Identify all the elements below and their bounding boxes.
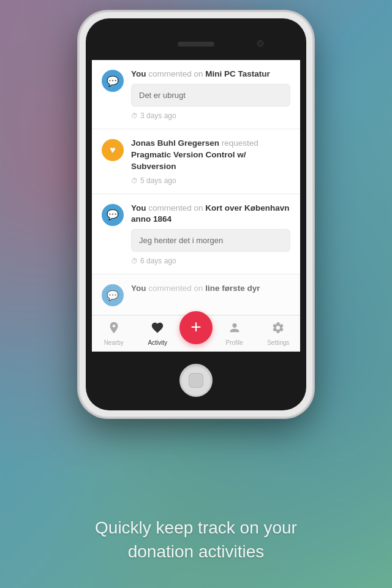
activity-list: 💬 You commented on Mini PC Tastatur Det … xyxy=(92,60,300,315)
list-item: 💬 You commented on Kort over København a… xyxy=(92,194,300,275)
comment-text: Jeg henter det i morgen xyxy=(131,229,290,252)
actor-name: You xyxy=(131,69,146,78)
time-text: 3 days ago xyxy=(140,111,176,120)
actor-name: You xyxy=(131,203,146,213)
clock-icon: ⏱ xyxy=(131,177,138,184)
action-text: commented on xyxy=(148,69,205,78)
comment-icon: 💬 xyxy=(107,75,119,87)
action-text: commented on xyxy=(148,203,205,213)
phone-inner: 💬 You commented on Mini PC Tastatur Det … xyxy=(86,18,306,410)
actor-name: Jonas Buhl Gregersen xyxy=(131,138,219,148)
nav-item-activity[interactable]: Activity xyxy=(136,321,180,346)
item-content: You commented on line første dyr xyxy=(131,283,290,298)
comment-text: Det er ubrugt xyxy=(131,84,290,107)
comment-icon: 💬 xyxy=(107,290,119,301)
list-item: 💬 You commented on line første dyr xyxy=(92,274,300,315)
item-title: You commented on line første dyr xyxy=(131,283,290,295)
phone-shell: 💬 You commented on Mini PC Tastatur Det … xyxy=(80,12,312,417)
actor-name: You xyxy=(131,284,146,293)
book-title: Pragmatic Version Control w/ Subversion xyxy=(131,150,246,171)
activity-icon xyxy=(151,321,164,338)
clock-icon: ⏱ xyxy=(131,112,138,119)
home-button-icon xyxy=(189,373,203,388)
item-title: You commented on Mini PC Tastatur xyxy=(131,69,290,80)
phone-screen: 💬 You commented on Mini PC Tastatur Det … xyxy=(92,60,300,352)
profile-icon xyxy=(228,321,241,338)
item-content: You commented on Mini PC Tastatur Det er… xyxy=(131,69,290,120)
avatar: 💬 xyxy=(102,204,124,226)
bottom-text-container: Quickly keep track on your donation acti… xyxy=(0,516,392,564)
time-text: 6 days ago xyxy=(140,257,176,265)
settings-label: Settings xyxy=(267,339,289,346)
home-button[interactable] xyxy=(179,364,213,397)
nearby-icon xyxy=(107,321,121,338)
item-content: You commented on Kort over København ann… xyxy=(131,203,290,266)
item-time: ⏱ 3 days ago xyxy=(131,111,290,120)
comment-icon: 💬 xyxy=(107,209,119,221)
nearby-label: Nearby xyxy=(104,339,124,346)
add-icon: + xyxy=(190,318,202,336)
nav-item-profile[interactable]: Profile xyxy=(213,321,257,346)
avatar: 💬 xyxy=(102,70,124,92)
add-button[interactable]: + xyxy=(179,311,213,344)
avatar: ♥ xyxy=(102,139,124,161)
item-time: ⏱ 5 days ago xyxy=(131,176,290,185)
heart-icon: ♥ xyxy=(110,145,116,156)
activity-label: Activity xyxy=(148,339,167,346)
avatar: 💬 xyxy=(102,284,124,306)
list-item: ♥ Jonas Buhl Gregersen requested Pragmat… xyxy=(92,129,300,194)
item-title: You commented on Kort over København ann… xyxy=(131,203,290,226)
phone-camera xyxy=(257,40,263,47)
bottom-nav: Nearby Activity + xyxy=(92,315,300,352)
action-text: commented on xyxy=(148,284,205,293)
book-title: Mini PC Tastatur xyxy=(205,69,270,78)
bottom-text: Quickly keep track on your donation acti… xyxy=(31,516,361,564)
action-text: requested xyxy=(222,138,258,148)
settings-icon xyxy=(271,321,285,338)
item-title: Jonas Buhl Gregersen requested Pragmatic… xyxy=(131,138,290,173)
profile-label: Profile xyxy=(226,339,243,346)
time-text: 5 days ago xyxy=(140,176,176,185)
book-title: line første dyr xyxy=(205,284,260,293)
nav-item-nearby[interactable]: Nearby xyxy=(92,321,136,346)
item-content: Jonas Buhl Gregersen requested Pragmatic… xyxy=(131,138,290,185)
phone-speaker xyxy=(178,42,214,47)
list-item: 💬 You commented on Mini PC Tastatur Det … xyxy=(92,60,300,129)
nav-item-settings[interactable]: Settings xyxy=(257,321,301,346)
item-time: ⏱ 6 days ago xyxy=(131,257,290,265)
clock-icon: ⏱ xyxy=(131,257,138,265)
